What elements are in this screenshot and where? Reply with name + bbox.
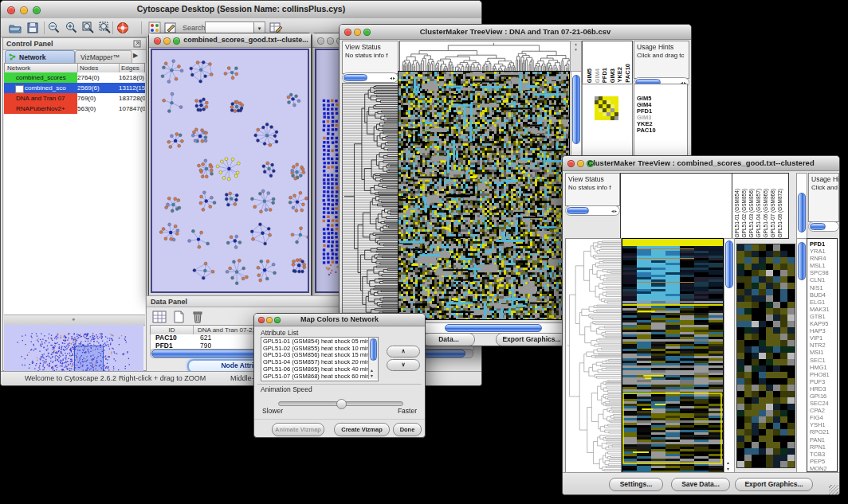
close-icon[interactable] bbox=[317, 37, 324, 45]
gene-label[interactable]: RPO21 bbox=[810, 428, 837, 436]
scrollbar-thumb[interactable] bbox=[370, 338, 377, 361]
gene-label[interactable]: CPA2 bbox=[810, 407, 837, 414]
gene-label[interactable]: NIS1 bbox=[810, 284, 837, 291]
zoom-heatmap[interactable] bbox=[736, 244, 795, 468]
scroll-up-icon[interactable]: ▴ bbox=[371, 367, 374, 373]
scrollbar-thumb[interactable] bbox=[725, 240, 733, 288]
move-up-button[interactable]: ∧ bbox=[387, 346, 420, 357]
network-window-1[interactable]: combined_scores_good.txt--cluste... bbox=[148, 33, 312, 297]
treeview2-button-2[interactable]: Export Graphics... bbox=[735, 478, 813, 491]
zoom-vscrollbar[interactable] bbox=[796, 238, 807, 474]
gene-label[interactable]: FIG4 bbox=[810, 414, 837, 421]
tab-network[interactable]: Network bbox=[5, 50, 75, 64]
gene-label[interactable]: SEC24 bbox=[810, 400, 837, 407]
gene-label[interactable]: ELG1 bbox=[810, 299, 837, 306]
scroll-strip[interactable]: ▴▾ bbox=[570, 41, 582, 72]
usage-hints-scrollbar[interactable] bbox=[808, 221, 839, 232]
col-edges[interactable]: Edges bbox=[119, 64, 147, 72]
scroll-arrows-icon[interactable]: ◂▸ bbox=[611, 208, 618, 213]
attribute-list[interactable]: GPL51-01 (GSM854) heat shock 05 minGPL51… bbox=[261, 337, 379, 381]
gene-label[interactable]: KAP95 bbox=[810, 320, 837, 327]
gene-label[interactable]: PAC10 bbox=[634, 127, 687, 134]
column-vscrollbar[interactable] bbox=[796, 173, 807, 240]
attribute-item[interactable]: GPL51-07 (GSM868) heat shock 60 min bbox=[263, 373, 367, 381]
column-dendrogram[interactable] bbox=[399, 41, 575, 72]
network-table-row[interactable]: RNAPuberNov2+563(0)107847(0) bbox=[4, 104, 145, 114]
help-lifering-icon[interactable] bbox=[116, 21, 130, 35]
slider-thumb[interactable] bbox=[336, 399, 347, 409]
resize-grip[interactable] bbox=[829, 485, 838, 494]
treeview2-button-0[interactable]: Settings... bbox=[609, 478, 663, 491]
minimize-icon[interactable] bbox=[163, 37, 171, 45]
zoom-in-icon[interactable] bbox=[65, 21, 79, 35]
gene-list-panel[interactable]: PFD1YRA1RNR4MSL1SPC98CLN1NIS1BUD4ELG1MAK… bbox=[807, 238, 838, 472]
heatmap-vscrollbar[interactable]: ▴ ▾ bbox=[724, 238, 735, 474]
scroll-arrows-icon[interactable]: ◂▸ bbox=[390, 75, 396, 80]
gene-label[interactable]: MSI1 bbox=[810, 349, 837, 356]
gene-label[interactable]: CLN1 bbox=[810, 276, 837, 283]
scrollbar-thumb[interactable] bbox=[810, 223, 826, 230]
scroll-down-icon[interactable]: ▾ bbox=[727, 466, 730, 471]
gene-label[interactable]: NTR2 bbox=[810, 342, 837, 349]
dialog-titlebar[interactable]: Map Colors to Network bbox=[254, 314, 425, 326]
gene-label[interactable]: PFD1 bbox=[810, 240, 837, 248]
scrollbar-thumb[interactable] bbox=[798, 193, 806, 232]
gene-label[interactable]: HMG1 bbox=[810, 364, 837, 371]
move-down-button[interactable]: ∨ bbox=[387, 359, 420, 371]
gene-label[interactable]: HAP3 bbox=[810, 327, 837, 334]
gene-label[interactable]: PEP5 bbox=[810, 458, 837, 465]
scrollbar-thumb[interactable] bbox=[572, 75, 580, 144]
heatmap-view[interactable] bbox=[398, 71, 570, 320]
attribute-list-scrollbar[interactable]: ▴ ▾ bbox=[368, 338, 378, 379]
treeview2-titlebar[interactable]: ClusterMaker TreeView : combined_scores_… bbox=[563, 156, 839, 171]
gene-label[interactable]: MON2 bbox=[810, 465, 837, 472]
tab-vizmapper[interactable]: VizMapper™ bbox=[75, 50, 132, 64]
scrollbar-thumb[interactable] bbox=[798, 242, 806, 280]
zoom-window-icon[interactable] bbox=[173, 37, 180, 45]
scroll-down-icon[interactable]: ▾ bbox=[371, 373, 374, 378]
open-folder-icon[interactable] bbox=[8, 21, 22, 35]
treeview1-button-0[interactable]: Data... bbox=[422, 333, 475, 346]
page-icon[interactable] bbox=[171, 310, 186, 324]
detail-heatmap[interactable] bbox=[595, 96, 618, 120]
scrollbar-thumb[interactable] bbox=[445, 324, 542, 332]
animate-vizmap-button[interactable]: Animate Vizmap bbox=[272, 423, 324, 436]
network-window-1-titlebar[interactable]: combined_scores_good.txt--cluste... bbox=[149, 33, 311, 48]
col-nodes[interactable]: Nodes bbox=[77, 64, 120, 72]
gene-label[interactable]: GPI16 bbox=[810, 393, 837, 400]
gene-label[interactable]: BUD4 bbox=[810, 291, 837, 299]
gene-label[interactable]: VIP1 bbox=[810, 334, 837, 342]
gene-label[interactable]: SPC98 bbox=[810, 269, 837, 276]
gene-label[interactable]: RNR4 bbox=[810, 255, 837, 262]
gene-label[interactable]: PHO81 bbox=[810, 371, 837, 378]
gene-label[interactable]: TCB3 bbox=[810, 451, 837, 458]
scrollbar-thumb[interactable] bbox=[344, 74, 367, 81]
main-titlebar[interactable]: Cytoscape Desktop (Session Name: collins… bbox=[1, 1, 481, 19]
gene-label[interactable]: HRD3 bbox=[810, 385, 837, 393]
gene-label[interactable]: YRA1 bbox=[810, 248, 837, 255]
network-canvas-1[interactable] bbox=[151, 49, 309, 293]
gene-label[interactable]: SEC1 bbox=[810, 357, 837, 364]
col-network[interactable]: Network bbox=[5, 64, 78, 72]
view-status-scrollbar[interactable]: ◂▸ bbox=[565, 205, 620, 216]
treeview2-button-1[interactable]: Save Data... bbox=[671, 478, 730, 491]
column-dendrogram-panel[interactable] bbox=[620, 173, 732, 239]
gene-label[interactable]: MSL1 bbox=[810, 262, 837, 269]
save-icon[interactable] bbox=[26, 21, 40, 35]
table-icon[interactable] bbox=[151, 310, 167, 324]
zoom-fit-icon[interactable] bbox=[81, 21, 96, 35]
gene-dendrogram[interactable] bbox=[565, 238, 622, 474]
view-status-scrollbar[interactable]: ◂▸ bbox=[342, 72, 398, 83]
trash-icon[interactable] bbox=[190, 310, 206, 324]
network-table-row[interactable]: DNA and Tran 07769(0)183728(0) bbox=[4, 93, 145, 104]
zoom-selected-icon[interactable] bbox=[98, 21, 112, 35]
create-vizmap-button[interactable]: Create Vizmap bbox=[334, 423, 390, 436]
gene-label[interactable]: YSH1 bbox=[810, 421, 837, 428]
gene-label[interactable]: GTB1 bbox=[810, 313, 837, 320]
float-panel-icon[interactable] bbox=[133, 40, 141, 48]
gene-label[interactable]: PAN1 bbox=[810, 436, 837, 443]
network-table-row[interactable]: combined_scores2764(0)16218(0) bbox=[4, 72, 145, 83]
minimize-icon[interactable] bbox=[327, 37, 334, 45]
treeview1-titlebar[interactable]: ClusterMaker TreeView : DNA and Tran 07-… bbox=[340, 25, 691, 40]
gene-dendrogram[interactable] bbox=[342, 83, 398, 320]
